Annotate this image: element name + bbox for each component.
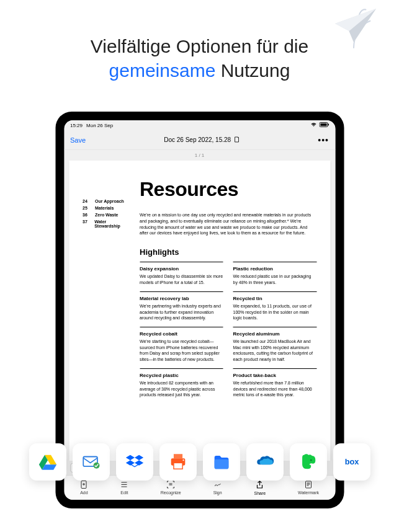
highlight-item: Recycled plasticWe introduced 82 compone…: [140, 368, 223, 404]
highlight-item: Daisy expansionWe updated Daisy to disas…: [140, 262, 223, 291]
doc-toc: 24Our Approach 25Materials 36Zero Waste …: [83, 178, 131, 454]
tab-label: Share: [254, 491, 266, 495]
watermark-icon: [305, 481, 313, 490]
wifi-icon: [310, 122, 316, 128]
share-icon: [256, 481, 264, 490]
share-onedrive[interactable]: [246, 443, 284, 481]
add-icon: [80, 481, 88, 490]
doc-heading: Resources: [140, 178, 316, 201]
toc-row: 25Materials: [83, 206, 131, 210]
share-printer[interactable]: [159, 443, 197, 481]
share-evernote[interactable]: [290, 443, 327, 481]
doc-title-label: Doc 26 Sep 2022, 15.28: [164, 136, 231, 143]
files-icon: [211, 451, 232, 472]
tab-label: Recognize: [161, 490, 181, 495]
doc-intro: We're on a mission to one day use only r…: [140, 212, 313, 236]
doc-toolbar: Save Doc 26 Sep 2022, 15.28 •••: [64, 130, 335, 150]
highlight-item: Recycled tinWe expanded, to 11 products,…: [233, 291, 317, 327]
highlights-grid: Daisy expansionWe updated Daisy to disas…: [140, 262, 316, 404]
highlight-item: Product take-backWe refurbished more tha…: [233, 368, 317, 404]
more-icon[interactable]: •••: [318, 135, 329, 145]
mail-icon: [81, 451, 102, 472]
tab-label: Add: [80, 490, 87, 495]
tab-recognize[interactable]: Recognize: [161, 481, 181, 495]
evernote-icon: [298, 451, 319, 472]
document-page: 24Our Approach 25Materials 36Zero Waste …: [69, 161, 330, 461]
tab-label: Edit: [120, 490, 128, 495]
svg-point-12: [310, 459, 312, 461]
doc-subtitle: Highlights: [140, 247, 316, 257]
edit-icon: [120, 481, 128, 490]
share-files[interactable]: [203, 443, 240, 481]
svg-rect-2: [328, 124, 329, 126]
share-dropbox[interactable]: [116, 443, 153, 481]
paper-plane-decoration: [326, 5, 382, 50]
status-time: 15:29: [70, 123, 83, 128]
hero-line1: Vielfältige Optionen für die: [91, 36, 308, 56]
tab-edit[interactable]: Edit: [120, 481, 128, 495]
onedrive-icon: [254, 451, 276, 472]
save-button[interactable]: Save: [70, 136, 86, 144]
highlight-item: Recycled aluminumWe launched our 2018 Ma…: [233, 327, 317, 368]
page-indicator: 1 / 1: [64, 150, 335, 161]
svg-text:box: box: [344, 457, 359, 466]
doc-badge-icon: [233, 136, 240, 144]
sign-icon: [213, 481, 222, 490]
tab-watermark[interactable]: Watermark: [298, 481, 319, 495]
share-mail[interactable]: [73, 443, 110, 481]
tab-label: Sign: [213, 490, 222, 495]
highlight-item: Recycled cobaltWe're starting to use rec…: [140, 327, 223, 368]
printer-icon: [168, 451, 189, 472]
share-box[interactable]: box: [333, 443, 370, 481]
svg-point-10: [182, 459, 184, 461]
tab-add[interactable]: Add: [80, 481, 88, 495]
box-icon: box: [341, 451, 362, 472]
tab-label: Watermark: [298, 490, 319, 495]
hero-highlight: gemeinsame: [109, 60, 216, 81]
hero-line2-rest: Nutzung: [215, 60, 290, 81]
highlight-item: Material recovery labWe're partnering wi…: [140, 291, 223, 327]
share-google-drive[interactable]: [29, 443, 66, 481]
highlight-item: Plastic reductionWe reduced plastic use …: [233, 262, 317, 291]
toc-row: 24Our Approach: [83, 199, 131, 203]
google-drive-icon: [37, 451, 58, 472]
toc-row: 36Zero Waste: [83, 213, 131, 217]
recognize-icon: [167, 481, 175, 490]
dropbox-icon: [124, 451, 145, 472]
toc-row: 37Water Stewardship: [83, 219, 131, 228]
svg-rect-1: [320, 123, 326, 126]
share-options-row: box: [0, 443, 399, 481]
tab-share[interactable]: Share: [254, 481, 266, 495]
svg-point-6: [93, 463, 99, 469]
document-viewport[interactable]: 24Our Approach 25Materials 36Zero Waste …: [64, 161, 335, 461]
svg-rect-9: [173, 463, 182, 469]
svg-rect-7: [173, 454, 182, 458]
status-date: Mon 26 Sep: [86, 123, 113, 128]
svg-rect-11: [214, 459, 228, 469]
tab-sign[interactable]: Sign: [213, 481, 222, 495]
battery-icon: [319, 122, 329, 128]
status-bar: 15:29 Mon 26 Sep: [64, 120, 335, 130]
